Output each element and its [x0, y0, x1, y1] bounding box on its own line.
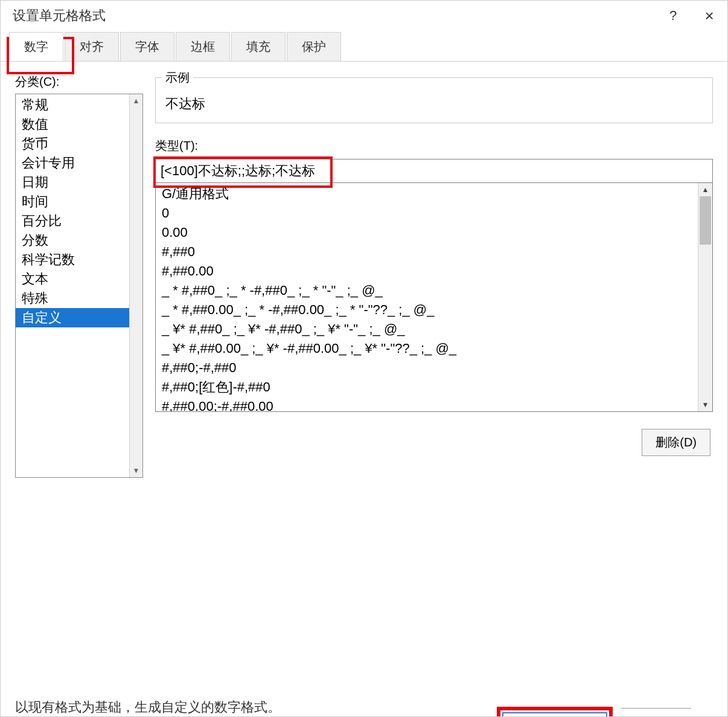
- scroll-up-icon[interactable]: ▲: [133, 94, 140, 108]
- scroll-down-icon[interactable]: ▼: [698, 398, 712, 411]
- scroll-up-icon[interactable]: ▲: [698, 183, 712, 196]
- category-item-accounting[interactable]: 会计专用: [16, 153, 129, 173]
- format-item[interactable]: #,##0.00: [156, 262, 698, 281]
- category-item-text[interactable]: 文本: [16, 269, 129, 289]
- format-scrollbar[interactable]: ▲ ▼: [698, 183, 712, 411]
- format-item[interactable]: #,##0;-#,##0: [156, 358, 698, 378]
- category-scrollbar[interactable]: ▲ ▼: [129, 94, 142, 477]
- format-list[interactable]: G/通用格式 0 0.00 #,##0 #,##0.00 _ * #,##0_ …: [156, 183, 698, 411]
- tab-border[interactable]: 边框: [176, 32, 230, 61]
- delete-row: 删除(D): [155, 429, 713, 456]
- format-item[interactable]: _ ¥* #,##0.00_ ;_ ¥* -#,##0.00_ ;_ ¥* "-…: [156, 339, 698, 358]
- bottom-button-bar: [1, 704, 727, 716]
- category-item-scientific[interactable]: 科学记数: [16, 250, 129, 269]
- close-button[interactable]: ×: [701, 7, 718, 25]
- category-item-special[interactable]: 特殊: [16, 289, 129, 308]
- format-item[interactable]: #,##0.00;-#,##0.00: [156, 397, 698, 411]
- tab-alignment[interactable]: 对齐: [65, 32, 119, 61]
- delete-button[interactable]: 删除(D): [642, 429, 710, 456]
- format-item[interactable]: 0.00: [156, 223, 698, 242]
- dialog-title: 设置单元格格式: [13, 7, 106, 25]
- type-label: 类型(T):: [155, 138, 713, 154]
- category-item-percentage[interactable]: 百分比: [16, 211, 129, 231]
- titlebar: 设置单元格格式 ? ×: [1, 1, 727, 31]
- tab-fill[interactable]: 填充: [231, 32, 286, 61]
- tab-strip: 数字 对齐 字体 边框 填充 保护: [1, 32, 727, 62]
- tab-font[interactable]: 字体: [120, 32, 174, 61]
- category-item-time[interactable]: 时间: [16, 192, 129, 211]
- details-column: 示例 不达标 类型(T): G/通用格式 0 0.00 #,##0 #,##0.…: [155, 74, 713, 679]
- category-label: 分类(C):: [15, 74, 143, 90]
- sample-value: 不达标: [165, 86, 703, 113]
- format-item[interactable]: 0: [156, 204, 698, 223]
- format-item[interactable]: #,##0: [156, 242, 698, 262]
- ok-button[interactable]: [502, 712, 607, 716]
- category-item-fraction[interactable]: 分数: [16, 231, 129, 250]
- sample-legend: 示例: [162, 69, 193, 86]
- format-cells-dialog: 设置单元格格式 ? × 数字 对齐 字体 边框 填充 保护 分类(C): 常规 …: [0, 0, 728, 717]
- sample-box: 示例 不达标: [155, 77, 713, 123]
- scroll-thumb[interactable]: [700, 196, 711, 245]
- scroll-down-icon[interactable]: ▼: [133, 464, 140, 477]
- format-item[interactable]: _ ¥* #,##0_ ;_ ¥* -#,##0_ ;_ ¥* "-"_ ;_ …: [156, 320, 698, 339]
- scroll-track[interactable]: [698, 196, 712, 398]
- tab-number[interactable]: 数字: [9, 32, 63, 61]
- category-item-custom[interactable]: 自定义: [16, 308, 129, 327]
- format-item[interactable]: G/通用格式: [156, 184, 698, 204]
- category-list[interactable]: 常规 数值 货币 会计专用 日期 时间 百分比 分数 科学记数 文本 特殊 自定…: [16, 94, 129, 477]
- category-item-date[interactable]: 日期: [16, 173, 129, 192]
- type-input[interactable]: [155, 159, 713, 183]
- category-column: 分类(C): 常规 数值 货币 会计专用 日期 时间 百分比 分数 科学记数 文…: [15, 74, 143, 679]
- type-input-wrap: [155, 159, 713, 183]
- format-list-box: G/通用格式 0 0.00 #,##0 #,##0.00 _ * #,##0_ …: [155, 183, 713, 412]
- category-item-currency[interactable]: 货币: [16, 134, 129, 153]
- category-item-number[interactable]: 数值: [16, 115, 129, 134]
- format-item[interactable]: #,##0;[红色]-#,##0: [156, 378, 698, 397]
- help-button[interactable]: ?: [665, 8, 682, 24]
- format-item[interactable]: _ * #,##0_ ;_ * -#,##0_ ;_ * "-"_ ;_ @_: [156, 281, 698, 300]
- category-item-general[interactable]: 常规: [16, 95, 129, 115]
- format-item[interactable]: _ * #,##0.00_ ;_ * -#,##0.00_ ;_ * "-"??…: [156, 300, 698, 320]
- content-area: 分类(C): 常规 数值 货币 会计专用 日期 时间 百分比 分数 科学记数 文…: [1, 62, 727, 691]
- title-buttons: ? ×: [665, 7, 718, 25]
- tab-protection[interactable]: 保护: [287, 32, 341, 61]
- highlight-ok-button: [497, 707, 613, 716]
- cancel-button-edge[interactable]: [621, 708, 691, 716]
- category-list-box: 常规 数值 货币 会计专用 日期 时间 百分比 分数 科学记数 文本 特殊 自定…: [15, 94, 143, 478]
